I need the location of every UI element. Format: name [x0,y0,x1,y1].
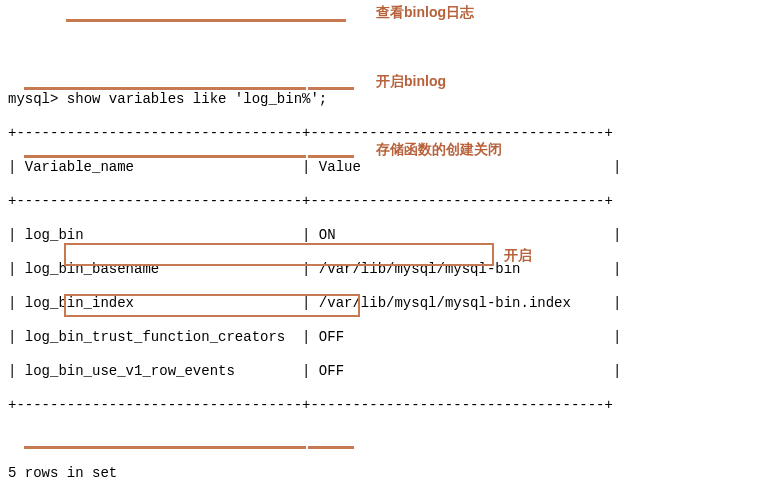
table-sep-mid: +----------------------------------+----… [8,193,758,210]
sql-command: show variables like 'log_bin%'; [67,91,327,107]
table-header-row: | Variable_name | Value | [8,159,758,176]
header-variable-name: | Variable_name | [8,159,310,175]
highlight-underline [24,87,306,90]
cell-value: OFF | [310,363,621,379]
cell-value: OFF | [310,329,621,345]
table-row: | log_bin | ON | [8,227,758,244]
cell-name: | log_bin_use_v1_row_events | [8,363,310,379]
table-sep-bot: +----------------------------------+----… [8,397,758,414]
highlight-box [64,294,360,317]
highlight-underline [308,446,354,449]
prompt: mysql [8,91,50,107]
highlight-underline [24,446,306,449]
cell-name: | log_bin | [8,227,310,243]
cell-value: ON | [310,227,621,243]
result-footer: 5 rows in set [8,465,758,482]
highlight-underline [66,19,346,22]
highlight-underline [308,155,354,158]
table-sep-top: +----------------------------------+----… [8,125,758,142]
annotation-enable: 开启 [504,247,532,264]
header-value: Value | [310,159,621,175]
cell-name: | log_bin_trust_function_creators | [8,329,310,345]
annotation-check-binlog: 查看binlog日志 [376,4,474,21]
highlight-box [64,243,494,266]
annotation-function-creators-off: 存储函数的创建关闭 [376,141,502,158]
highlight-underline [24,155,306,158]
annotation-enable-binlog: 开启binlog [376,73,446,90]
table-row: | log_bin_trust_function_creators | OFF … [8,329,758,346]
highlight-underline [308,87,354,90]
arrow: > [50,91,58,107]
cmd-line-1: mysql> show variables like 'log_bin%'; [8,91,758,108]
table-row: | log_bin_use_v1_row_events | OFF | [8,363,758,380]
